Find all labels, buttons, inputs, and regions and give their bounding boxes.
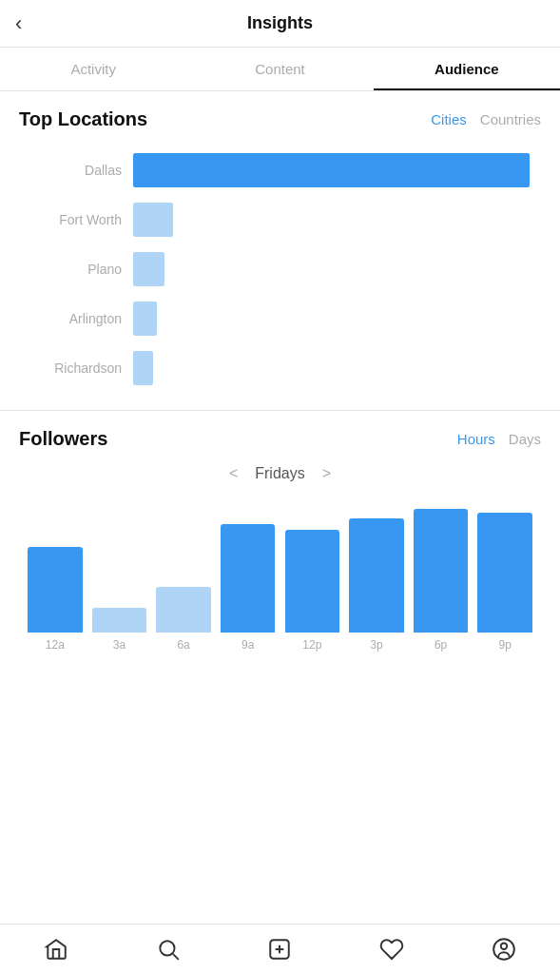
bar-column: 12p	[280, 530, 345, 652]
bar-column: 6a	[151, 587, 216, 652]
bottom-navigation	[0, 924, 560, 974]
bar-time-label: 9p	[499, 638, 512, 652]
tab-content[interactable]: Content	[186, 48, 373, 90]
svg-point-0	[160, 941, 174, 955]
bar-time-label: 9a	[241, 638, 254, 652]
location-bar-container	[133, 195, 541, 244]
bar-column: 9a	[216, 524, 280, 652]
bar-column: 6p	[409, 509, 473, 652]
location-label: Dallas	[19, 163, 133, 178]
filter-hours[interactable]: Hours	[457, 431, 495, 447]
location-bar	[133, 203, 173, 237]
top-locations-header: Top Locations Cities Countries	[19, 108, 541, 130]
location-row: Richardson	[19, 343, 541, 393]
tab-activity[interactable]: Activity	[0, 48, 186, 90]
location-bar	[133, 252, 164, 286]
header: ‹ Insights	[0, 0, 560, 48]
location-bar-container	[133, 244, 541, 294]
followers-bar-chart: 12a3a6a9a12p3p6p9p	[19, 499, 541, 652]
followers-bar	[477, 513, 531, 633]
top-locations-section: Top Locations Cities Countries DallasFor…	[0, 91, 560, 411]
location-row: Dallas	[19, 146, 541, 195]
location-label: Richardson	[19, 360, 133, 376]
bar-time-label: 12p	[302, 638, 321, 652]
bar-time-label: 3p	[370, 638, 382, 652]
nav-search[interactable]	[155, 936, 182, 963]
location-bar-container	[133, 343, 541, 393]
current-day-label: Fridays	[255, 465, 304, 482]
nav-heart[interactable]	[378, 936, 405, 963]
location-filters: Cities Countries	[431, 111, 541, 127]
followers-bar	[28, 547, 82, 633]
nav-home[interactable]	[43, 936, 69, 963]
location-bar-container	[133, 294, 541, 343]
bar-time-label: 6a	[177, 638, 189, 652]
back-button[interactable]: ‹	[15, 11, 22, 36]
tab-bar: Activity Content Audience	[0, 48, 560, 91]
tab-audience[interactable]: Audience	[374, 48, 560, 90]
bar-time-label: 3a	[113, 638, 126, 652]
followers-bar	[156, 587, 210, 633]
followers-bar	[92, 608, 146, 633]
bar-column: 3a	[87, 608, 152, 652]
location-row: Arlington	[19, 294, 541, 343]
nav-profile[interactable]	[491, 936, 517, 963]
filter-days[interactable]: Days	[509, 431, 541, 447]
followers-bar	[285, 530, 339, 633]
followers-title: Followers	[19, 428, 107, 450]
location-label: Arlington	[19, 311, 133, 326]
bar-time-label: 12a	[46, 638, 65, 652]
followers-bar	[349, 518, 403, 633]
location-bar-container	[133, 146, 541, 195]
svg-line-1	[173, 954, 179, 960]
bar-time-label: 6p	[434, 638, 447, 652]
location-label: Fort Worth	[19, 212, 133, 227]
followers-header: Followers Hours Days	[19, 428, 541, 450]
location-bar	[133, 153, 530, 187]
day-navigator: < Fridays >	[19, 465, 541, 482]
bar-column: 9p	[473, 513, 537, 652]
location-bar	[133, 302, 157, 336]
filter-countries[interactable]: Countries	[480, 111, 541, 127]
filter-cities[interactable]: Cities	[431, 111, 467, 127]
nav-add[interactable]	[266, 936, 293, 963]
locations-chart: DallasFort WorthPlanoArlingtonRichardson	[19, 146, 541, 393]
bar-column: 3p	[344, 518, 409, 652]
bar-column: 12a	[23, 547, 87, 652]
page-title: Insights	[247, 13, 313, 33]
followers-bar	[414, 509, 468, 633]
followers-filters: Hours Days	[457, 431, 541, 447]
location-row: Fort Worth	[19, 195, 541, 244]
top-locations-title: Top Locations	[19, 108, 147, 130]
location-bar	[133, 351, 153, 385]
location-label: Plano	[19, 262, 133, 277]
svg-point-6	[501, 944, 508, 950]
followers-bar	[221, 524, 275, 633]
next-day-button[interactable]: >	[322, 465, 331, 482]
prev-day-button[interactable]: <	[229, 465, 238, 482]
location-row: Plano	[19, 244, 541, 294]
followers-section: Followers Hours Days < Fridays > 12a3a6a…	[0, 411, 560, 676]
